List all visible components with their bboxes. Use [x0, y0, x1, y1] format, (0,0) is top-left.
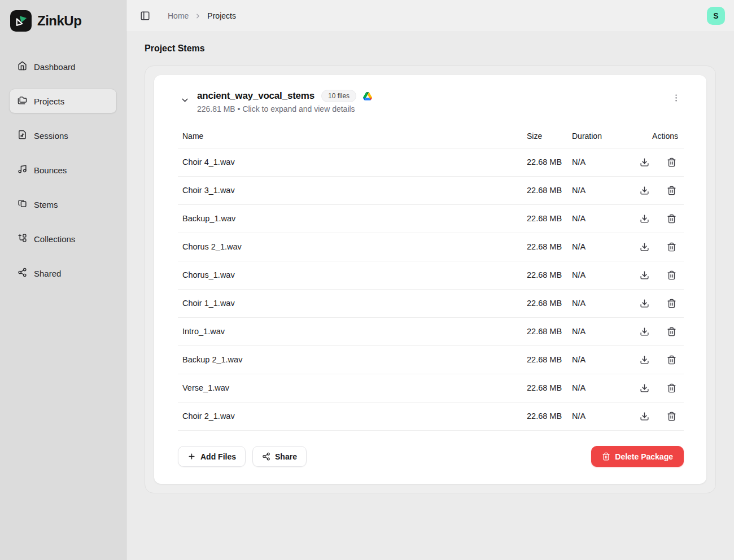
table-row[interactable]: Backup_1.wav 22.68 MB N/A [178, 205, 684, 233]
download-icon[interactable] [639, 213, 650, 224]
music-note-icon [18, 164, 27, 176]
sidebar-item-dashboard[interactable]: Dashboard [9, 54, 117, 79]
package-header[interactable]: ancient_way_vocal_stems 10 files [178, 90, 684, 113]
file-size: 22.68 MB [527, 412, 572, 421]
download-icon[interactable] [639, 156, 650, 168]
trash-icon[interactable] [666, 410, 677, 422]
brand: ZinkUp [9, 9, 117, 32]
package-footer: Add Files Share Delete Package [178, 446, 684, 467]
file-name: Intro_1.wav [178, 327, 527, 336]
file-music-icon [18, 130, 27, 141]
chevron-down-icon[interactable] [178, 93, 191, 107]
package-list-panel: ancient_way_vocal_stems 10 files [145, 65, 716, 493]
table-row[interactable]: Intro_1.wav 22.68 MB N/A [178, 318, 684, 346]
main-area: Home Projects S Project Stems [126, 0, 734, 560]
share-button[interactable]: Share [252, 446, 307, 467]
folders-icon [18, 95, 27, 107]
sidebar-item-projects[interactable]: Projects [9, 89, 117, 113]
download-icon[interactable] [639, 241, 650, 252]
file-duration: N/A [572, 412, 632, 421]
content: Project Stems ancient_way_vocal_stems 10… [126, 32, 734, 560]
trash-icon[interactable] [666, 156, 677, 168]
add-files-button[interactable]: Add Files [178, 446, 246, 467]
trash-icon[interactable] [666, 298, 677, 309]
file-duration: N/A [572, 186, 632, 195]
package-name: ancient_way_vocal_stems [197, 90, 314, 102]
google-drive-icon [363, 92, 372, 100]
file-size: 22.68 MB [527, 158, 572, 167]
breadcrumb: Home Projects [168, 11, 236, 20]
download-icon[interactable] [639, 326, 650, 337]
trash-icon[interactable] [666, 354, 677, 365]
table-row[interactable]: Choir 1_1.wav 22.68 MB N/A [178, 290, 684, 318]
table-row[interactable]: Choir 3_1.wav 22.68 MB N/A [178, 177, 684, 205]
sidebar-item-bounces[interactable]: Bounces [9, 158, 117, 182]
table-row[interactable]: Choir 2_1.wav 22.68 MB N/A [178, 403, 684, 431]
sidebar-item-label: Dashboard [34, 62, 75, 72]
column-header-actions: Actions [632, 132, 684, 141]
file-size: 22.68 MB [527, 214, 572, 223]
download-icon[interactable] [639, 382, 650, 393]
file-size: 22.68 MB [527, 327, 572, 336]
table-row[interactable]: Backup 2_1.wav 22.68 MB N/A [178, 346, 684, 374]
download-icon[interactable] [639, 354, 650, 365]
delete-package-label: Delete Package [615, 452, 673, 461]
delete-package-button[interactable]: Delete Package [591, 446, 684, 467]
sidebar-item-sessions[interactable]: Sessions [9, 123, 117, 148]
file-size: 22.68 MB [527, 299, 572, 308]
file-size: 22.68 MB [527, 242, 572, 251]
download-icon[interactable] [639, 410, 650, 422]
sidebar: ZinkUp Dashboard Projects Sessions Bounc… [0, 0, 126, 560]
trash-icon[interactable] [666, 382, 677, 393]
file-duration: N/A [572, 242, 632, 251]
add-files-label: Add Files [200, 452, 236, 461]
file-table: Name Size Duration Actions Choir 4_1.wav… [178, 126, 684, 431]
file-name: Choir 1_1.wav [178, 299, 527, 308]
file-count-badge: 10 files [321, 90, 356, 102]
sidebar-item-label: Stems [34, 200, 58, 209]
package-subtitle: 226.81 MB • Click to expand and view det… [197, 104, 372, 113]
table-row[interactable]: Chorus_1.wav 22.68 MB N/A [178, 261, 684, 290]
file-name: Choir 2_1.wav [178, 412, 527, 421]
sidebar-toggle-icon[interactable] [137, 8, 153, 24]
file-name: Backup_1.wav [178, 214, 527, 223]
file-name: Backup 2_1.wav [178, 355, 527, 364]
sidebar-item-shared[interactable]: Shared [9, 261, 117, 286]
trash-icon[interactable] [666, 326, 677, 337]
table-row[interactable]: Verse_1.wav 22.68 MB N/A [178, 374, 684, 403]
tree-icon [18, 233, 27, 244]
download-icon[interactable] [639, 298, 650, 309]
table-row[interactable]: Choir 4_1.wav 22.68 MB N/A [178, 148, 684, 177]
sidebar-item-stems[interactable]: Stems [9, 192, 117, 217]
page-title: Project Stems [145, 43, 716, 54]
share-icon [262, 452, 270, 461]
file-duration: N/A [572, 299, 632, 308]
package-card: ancient_way_vocal_stems 10 files [154, 75, 706, 484]
more-options-icon[interactable] [668, 90, 684, 106]
file-duration: N/A [572, 270, 632, 279]
brand-name: ZinkUp [37, 13, 81, 29]
file-size: 22.68 MB [527, 355, 572, 364]
file-duration: N/A [572, 214, 632, 223]
breadcrumb-home[interactable]: Home [168, 11, 189, 20]
download-icon[interactable] [639, 185, 650, 196]
table-row[interactable]: Chorus 2_1.wav 22.68 MB N/A [178, 233, 684, 261]
file-name: Choir 4_1.wav [178, 158, 527, 167]
sidebar-item-collections[interactable]: Collections [9, 226, 117, 251]
file-duration: N/A [572, 327, 632, 336]
file-duration: N/A [572, 383, 632, 392]
file-size: 22.68 MB [527, 383, 572, 392]
stacked-copies-icon [18, 199, 27, 210]
trash-icon[interactable] [666, 269, 677, 281]
column-header-name: Name [178, 132, 527, 141]
zinkup-logo-icon [10, 10, 32, 32]
avatar[interactable]: S [707, 7, 725, 25]
file-name: Chorus_1.wav [178, 270, 527, 279]
sidebar-item-label: Collections [34, 234, 75, 244]
file-table-body: Choir 4_1.wav 22.68 MB N/A Choir 3_1.wav… [178, 148, 684, 431]
trash-icon[interactable] [666, 213, 677, 224]
trash-icon[interactable] [666, 185, 677, 196]
trash-icon[interactable] [666, 241, 677, 252]
download-icon[interactable] [639, 269, 650, 281]
home-icon [18, 61, 27, 72]
